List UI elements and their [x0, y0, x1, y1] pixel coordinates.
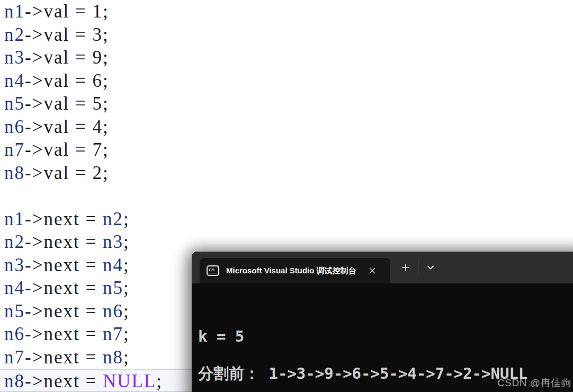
code-segment-var: n5	[4, 93, 25, 114]
code-segment-var: n2	[4, 231, 25, 252]
code-segment-var: n8	[4, 371, 25, 391]
code-segment-plain: ->val = 5;	[25, 93, 109, 114]
code-segment-plain: ;	[123, 301, 130, 322]
code-line[interactable]: n6->val = 4;	[0, 115, 573, 139]
tabbar-controls	[397, 252, 439, 283]
code-line[interactable]: n2->val = 3;	[0, 23, 573, 47]
code-segment-plain: ;	[123, 324, 130, 344]
code-segment-var: n3	[4, 255, 25, 275]
code-segment-var: n3	[4, 47, 25, 68]
code-segment-plain: ->next =	[25, 371, 103, 391]
code-segment-var: n6	[4, 117, 25, 137]
code-segment-plain: ;	[123, 209, 130, 229]
code-line[interactable]: n1->next = n2;	[0, 208, 573, 231]
code-line[interactable]: n2->next = n3;	[0, 230, 573, 254]
code-segment-var: n1	[4, 1, 25, 22]
code-segment-plain: ->next =	[25, 301, 103, 322]
terminal-tab[interactable]: C:\ Microsoft Visual Studio 调试控制台	[200, 258, 390, 283]
code-segment-var: n4	[4, 70, 25, 91]
code-segment-plain: ;	[123, 255, 130, 275]
terminal-tabbar: C:\ Microsoft Visual Studio 调试控制台	[192, 252, 573, 283]
tab-dropdown-button[interactable]	[422, 259, 439, 276]
code-segment-plain: ->next =	[25, 278, 103, 298]
tab-title: Microsoft Visual Studio 调试控制台	[226, 266, 357, 276]
code-segment-plain: ->val = 4;	[25, 117, 109, 137]
code-line[interactable]: n4->val = 6;	[0, 69, 573, 93]
code-segment-plain: ->val = 3;	[25, 24, 109, 45]
code-segment-plain: ->val = 6;	[25, 70, 109, 91]
chevron-down-icon	[427, 265, 434, 270]
code-segment-plain: ;	[123, 347, 130, 368]
cmd-prompt-icon-label: C:\	[208, 266, 218, 273]
code-segment-plain: ;	[123, 278, 130, 298]
code-segment-plain: ->val = 1;	[25, 1, 109, 22]
code-segment-var: n2	[4, 24, 25, 45]
code-segment-plain: ->val = 2;	[25, 163, 109, 183]
code-segment-var: n4	[4, 278, 25, 298]
code-segment-plain: ->next =	[25, 209, 103, 229]
code-segment-var: n8	[103, 347, 123, 368]
code-line[interactable]: n7->val = 7;	[0, 138, 573, 162]
terminal-output-line	[198, 346, 573, 364]
tabbar-divider	[418, 258, 418, 277]
terminal-window: C:\ Microsoft Visual Studio 调试控制台	[192, 252, 573, 392]
code-segment-var: n7	[103, 324, 123, 344]
code-segment-var: n5	[103, 278, 123, 298]
code-segment-var: n5	[4, 301, 25, 322]
code-segment-plain: ;	[156, 371, 163, 391]
close-tab-button[interactable]	[364, 262, 381, 279]
code-line[interactable]: n8->val = 2;	[0, 162, 573, 185]
code-line[interactable]: n5->val = 5;	[0, 92, 573, 115]
code-line[interactable]: n3->val = 9;	[0, 46, 573, 69]
code-segment-var: n6	[103, 301, 123, 322]
code-line[interactable]: n1->val = 1;	[0, 0, 573, 23]
code-segment-plain: ->val = 7;	[25, 139, 109, 160]
terminal-output-line: k = 5	[198, 327, 573, 346]
code-segment-var: n8	[4, 163, 25, 183]
code-segment-var: n7	[4, 347, 25, 368]
code-segment-plain: ->next =	[25, 324, 103, 344]
watermark: CSDN @冉佳驹	[497, 376, 571, 390]
code-segment-var: n6	[4, 324, 25, 344]
code-segment-var: n2	[103, 209, 123, 229]
code-segment-plain: ->next =	[25, 347, 103, 368]
code-segment-var: n7	[4, 139, 25, 160]
code-line[interactable]	[0, 184, 573, 208]
new-tab-button[interactable]	[397, 259, 414, 276]
code-segment-var: n1	[4, 209, 25, 229]
cmd-prompt-icon: C:\	[207, 265, 219, 276]
code-segment-plain: ->val = 9;	[25, 47, 109, 68]
code-segment-plain: ;	[123, 231, 130, 252]
code-segment-macro: NULL	[103, 371, 156, 391]
plus-icon	[401, 263, 410, 272]
code-segment-var: n4	[103, 255, 123, 275]
code-segment-plain: ->next =	[25, 231, 103, 252]
close-icon	[369, 267, 376, 274]
code-segment-var: n3	[103, 231, 123, 252]
code-segment-plain: ->next =	[25, 255, 103, 275]
